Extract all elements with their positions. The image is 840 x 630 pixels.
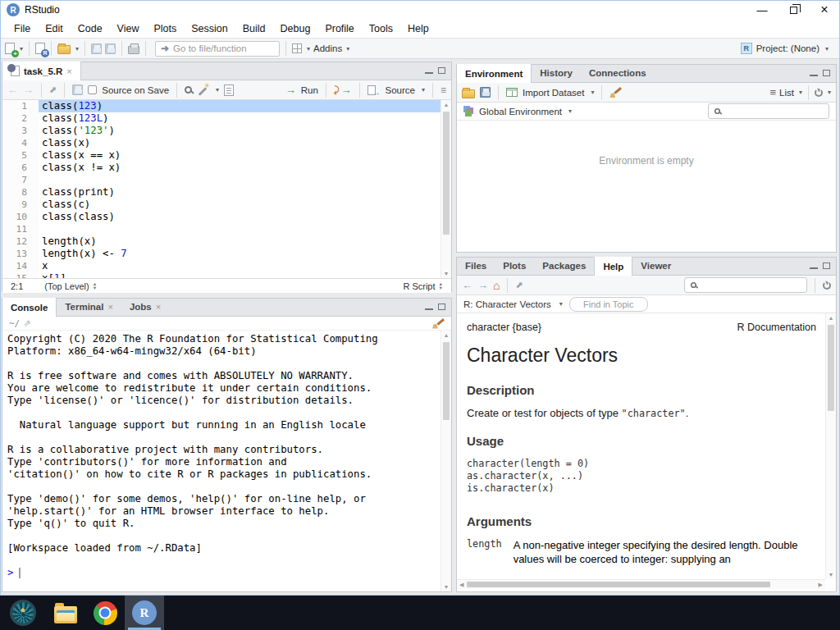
print-button[interactable] xyxy=(128,43,139,54)
code-tools-icon[interactable] xyxy=(197,84,209,96)
code-line[interactable]: 7 xyxy=(2,174,451,186)
restore-button[interactable] xyxy=(778,0,809,20)
menu-file[interactable]: File xyxy=(7,20,38,38)
console-scroll-thumb[interactable] xyxy=(443,342,450,420)
menu-debug[interactable]: Debug xyxy=(273,20,318,38)
forward-icon[interactable]: → xyxy=(23,84,34,96)
open-file-button[interactable] xyxy=(57,43,71,54)
help-vscrollbar[interactable]: ▲ ▼ xyxy=(825,313,836,579)
console-tab-jobs[interactable]: Jobs× xyxy=(121,298,169,316)
code-line[interactable]: 6class(x != x) xyxy=(2,162,451,174)
minimize-pane-icon[interactable] xyxy=(425,72,433,74)
help-hscrollbar[interactable]: ◀ ▶ xyxy=(457,579,825,589)
panes-layout-dropdown[interactable]: ▾ xyxy=(307,45,310,52)
environment-tab-environment[interactable]: Environment xyxy=(457,64,532,83)
help-forward-icon[interactable]: → xyxy=(477,279,488,291)
maximize-pane-icon[interactable] xyxy=(823,262,830,269)
help-tab-packages[interactable]: Packages xyxy=(534,257,594,275)
console-tab-console[interactable]: Console xyxy=(2,298,57,317)
goto-directory-icon[interactable]: ⇗ xyxy=(23,318,30,329)
maximize-pane-icon[interactable] xyxy=(823,70,830,76)
import-dataset-button[interactable]: Import Dataset xyxy=(523,88,584,98)
code-line[interactable]: 13length(x) <- 7 xyxy=(2,248,451,260)
help-scroll-left-icon[interactable]: ◀ xyxy=(457,580,466,589)
environment-search-input[interactable] xyxy=(708,103,829,119)
close-button[interactable]: × xyxy=(809,0,840,20)
console-scroll-up-icon[interactable]: ▲ xyxy=(441,332,451,338)
help-tab-plots[interactable]: Plots xyxy=(495,257,534,275)
help-scroll-down-icon[interactable]: ▼ xyxy=(826,572,836,578)
help-content[interactable]: character {base} R Documentation Charact… xyxy=(457,313,836,589)
code-editor[interactable]: 1class(123)2class(123L)3class('123')4cla… xyxy=(2,100,451,278)
new-file-button[interactable]: + xyxy=(5,43,15,54)
source-on-save-checkbox[interactable] xyxy=(88,85,97,94)
menu-tools[interactable]: Tools xyxy=(362,20,400,38)
new-project-button[interactable]: R xyxy=(35,43,45,54)
menu-session[interactable]: Session xyxy=(184,20,235,38)
menu-build[interactable]: Build xyxy=(235,20,273,38)
panes-layout-button[interactable] xyxy=(292,43,302,53)
editor-vscrollbar[interactable]: ▲ ▼ xyxy=(441,100,451,278)
minimize-pane-icon[interactable] xyxy=(810,267,818,269)
addins-button[interactable]: Addins ▾ xyxy=(313,43,349,53)
global-environment-selector[interactable]: Global Environment xyxy=(479,107,562,116)
rstudio-button[interactable]: R xyxy=(125,596,164,630)
code-line[interactable]: 9class(c) xyxy=(2,199,451,211)
goto-file-input[interactable]: ➜ Go to file/function xyxy=(155,41,280,57)
scroll-up-icon[interactable]: ▲ xyxy=(441,102,451,107)
maximize-pane-icon[interactable] xyxy=(438,67,445,74)
topic-caret[interactable]: ▾ xyxy=(559,300,563,308)
help-scroll-up-icon[interactable]: ▲ xyxy=(826,315,836,321)
compile-report-icon[interactable] xyxy=(224,84,234,96)
code-line[interactable]: 8class(print) xyxy=(2,186,451,199)
save-source-button[interactable] xyxy=(72,84,83,95)
menu-profile[interactable]: Profile xyxy=(317,20,361,38)
scope-selector[interactable]: (Top Level) ▲▼ xyxy=(44,281,97,291)
list-view-caret[interactable]: ▾ xyxy=(799,89,802,96)
load-workspace-icon[interactable] xyxy=(462,87,475,98)
editor-scroll-thumb[interactable] xyxy=(443,112,450,235)
code-line[interactable]: 5class(x == x) xyxy=(2,149,451,162)
refresh-caret[interactable]: ▾ xyxy=(828,89,831,96)
find-in-topic-input[interactable]: Find in Topic xyxy=(569,297,648,312)
code-line[interactable]: 10class(class) xyxy=(2,211,451,223)
environment-tab-history[interactable]: History xyxy=(532,64,581,82)
save-workspace-icon[interactable] xyxy=(480,87,491,98)
source-tab-task5[interactable]: task_5.R × xyxy=(2,62,81,80)
code-tools-caret[interactable]: ▾ xyxy=(216,86,219,94)
help-back-icon[interactable]: ← xyxy=(462,279,472,291)
help-scroll-thumb[interactable] xyxy=(828,325,834,411)
working-directory[interactable]: ~/ xyxy=(9,318,20,329)
code-line[interactable]: 1class(123) xyxy=(2,100,451,112)
maximize-pane-icon[interactable] xyxy=(438,304,445,310)
console-tab-terminal[interactable]: Terminal× xyxy=(57,298,121,316)
console-vscrollbar[interactable]: ▲ ▼ xyxy=(441,331,451,591)
help-tab-help[interactable]: Help xyxy=(594,257,632,276)
menu-plots[interactable]: Plots xyxy=(146,20,184,38)
console-scroll-down-icon[interactable]: ▼ xyxy=(441,584,451,590)
help-search-input[interactable] xyxy=(684,277,807,293)
start-menu-button[interactable] xyxy=(0,596,46,630)
list-view-button[interactable]: List xyxy=(779,88,794,98)
help-tab-viewer[interactable]: Viewer xyxy=(632,257,679,275)
chrome-button[interactable] xyxy=(85,596,125,630)
close-tab-icon[interactable]: × xyxy=(107,302,112,312)
rerun-icon[interactable]: ⤸ xyxy=(334,84,340,95)
back-icon[interactable]: ← xyxy=(7,84,18,96)
code-line[interactable]: 14x xyxy=(2,260,451,272)
source-button[interactable]: Source xyxy=(386,85,415,95)
new-file-dropdown[interactable]: ▾ xyxy=(20,45,23,52)
menu-help[interactable]: Help xyxy=(400,20,436,38)
import-dataset-caret[interactable]: ▾ xyxy=(591,89,594,96)
project-selector[interactable]: R Project: (None) ▾ xyxy=(741,43,835,54)
minimize-button[interactable]: — xyxy=(746,0,778,20)
open-recent-dropdown[interactable]: ▾ xyxy=(75,45,79,52)
minimize-pane-icon[interactable] xyxy=(425,308,433,310)
environment-tab-connections[interactable]: Connections xyxy=(581,64,655,82)
source-caret[interactable]: ▾ xyxy=(422,86,425,94)
find-icon[interactable] xyxy=(185,86,192,94)
help-scroll-right-icon[interactable]: ▶ xyxy=(816,580,825,589)
save-button[interactable] xyxy=(91,43,102,54)
help-tab-files[interactable]: Files xyxy=(457,257,495,275)
code-line[interactable]: 15x[1] xyxy=(2,272,451,278)
